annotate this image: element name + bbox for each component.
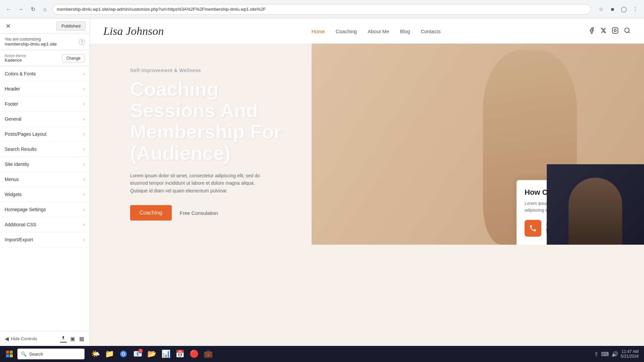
menu-item-label: Homepage Settings bbox=[5, 207, 46, 212]
tray-arrow-icon[interactable]: ⇧ bbox=[594, 351, 598, 357]
browser-icons: ☆ ■ ◯ ⋮ bbox=[596, 5, 640, 14]
twitter-icon[interactable] bbox=[600, 27, 606, 35]
hero-title: Coaching Sessions And Membership For (Au… bbox=[130, 78, 305, 164]
forward-button[interactable]: → bbox=[16, 5, 25, 14]
menu-item-footer[interactable]: Footer › bbox=[0, 97, 90, 112]
svg-point-2 bbox=[625, 28, 629, 32]
menu-item-header[interactable]: Header › bbox=[0, 81, 90, 97]
address-bar[interactable]: membership-dmlu.wp1.site/wp-admin/custom… bbox=[52, 4, 591, 15]
menu-item-import-export[interactable]: Import/Export › bbox=[0, 232, 90, 247]
nav-about-me[interactable]: About Me bbox=[368, 28, 389, 34]
theme-name: Kadence bbox=[5, 58, 26, 63]
browser-chrome: ← → ↻ ⌂ membership-dmlu.wp1.site/wp-admi… bbox=[0, 0, 644, 19]
chevron-right-icon: › bbox=[83, 237, 85, 243]
extensions-icon[interactable]: ■ bbox=[608, 5, 617, 14]
preview-area: Lisa Johnson Home Coaching About Me Blog… bbox=[90, 19, 644, 346]
tray-volume-icon[interactable]: 🔊 bbox=[611, 351, 618, 357]
menu-item-posts-pages[interactable]: Posts/Pages Layout › bbox=[0, 127, 90, 142]
taskbar-file-explorer[interactable]: 📁 bbox=[103, 347, 116, 361]
menu-item-general[interactable]: General › bbox=[0, 112, 90, 127]
device-icons: 🖈 ▣ ▩ bbox=[60, 335, 85, 343]
taskbar-files-app[interactable]: 📂 bbox=[145, 347, 158, 361]
taskbar-tray: ⇧ ⌨ 🔊 11:47 AM 5/21/2024 bbox=[594, 349, 641, 359]
tablet-device-button[interactable]: ▣ bbox=[69, 335, 76, 343]
hero-buttons: Coaching Free Consulation bbox=[130, 205, 305, 221]
nav-home[interactable]: Home bbox=[312, 28, 325, 34]
customizer-header: ✕ Published bbox=[0, 19, 90, 34]
change-theme-button[interactable]: Change bbox=[62, 54, 85, 62]
desktop-device-button[interactable]: 🖈 bbox=[60, 335, 67, 343]
website-preview: Lisa Johnson Home Coaching About Me Blog… bbox=[90, 19, 644, 346]
home-button[interactable]: ⌂ bbox=[40, 5, 50, 14]
menu-item-label: Additional CSS bbox=[5, 222, 36, 227]
chevron-right-icon: › bbox=[83, 161, 85, 167]
svg-rect-4 bbox=[6, 351, 9, 354]
search-nav-icon[interactable] bbox=[624, 27, 631, 36]
menu-item-label: Colors & Fonts bbox=[5, 71, 36, 76]
menu-icon[interactable]: ⋮ bbox=[631, 5, 640, 14]
svg-rect-0 bbox=[612, 27, 618, 33]
taskbar-calendar-app[interactable]: 📅 bbox=[173, 347, 186, 361]
hero-subtitle: Self-Improvement & Wellness bbox=[130, 68, 305, 73]
hide-controls-icon: ◀ bbox=[5, 336, 9, 342]
chevron-right-icon: › bbox=[83, 176, 85, 182]
site-logo: Lisa Johnson bbox=[103, 25, 164, 38]
customizer-close-button[interactable]: ✕ bbox=[4, 22, 12, 30]
hero-content: Self-Improvement & Wellness Coaching Ses… bbox=[90, 68, 325, 221]
taskbar-green-app[interactable]: 📊 bbox=[159, 347, 172, 361]
taskbar-red-app[interactable]: 🔴 bbox=[187, 347, 201, 361]
taskbar-search-bar[interactable]: 🔍 Search bbox=[17, 349, 85, 359]
taskbar-chrome[interactable] bbox=[117, 347, 130, 361]
main-layout: ✕ Published You are customizing membersh… bbox=[0, 19, 644, 346]
menu-item-additional-css[interactable]: Additional CSS › bbox=[0, 217, 90, 232]
menu-item-site-identity[interactable]: Site Identity › bbox=[0, 157, 90, 172]
menu-item-colors-fonts[interactable]: Colors & Fonts › bbox=[0, 66, 90, 81]
tray-time[interactable]: 11:47 AM 5/21/2024 bbox=[621, 349, 639, 359]
nav-contacts[interactable]: Contacts bbox=[421, 28, 440, 34]
coaching-button[interactable]: Coaching bbox=[130, 205, 172, 221]
menu-item-menus[interactable]: Menus › bbox=[0, 172, 90, 187]
video-person bbox=[547, 164, 644, 245]
reload-button[interactable]: ↻ bbox=[28, 5, 38, 14]
taskbar-notification-app[interactable]: 📧 1 bbox=[131, 347, 144, 361]
taskbar: 🔍 Search 🌤️ 📁 📧 1 📂 📊 bbox=[0, 346, 644, 362]
chevron-right-icon: › bbox=[83, 116, 85, 122]
nav-blog[interactable]: Blog bbox=[400, 28, 410, 34]
help-icon[interactable]: ? bbox=[79, 39, 85, 45]
video-overlay bbox=[547, 164, 644, 245]
chevron-right-icon: › bbox=[83, 101, 85, 107]
menu-item-label: Menus bbox=[5, 177, 19, 182]
mobile-device-button[interactable]: ▩ bbox=[78, 335, 85, 343]
site-url-label: membership-dmlu.wp1.site bbox=[5, 42, 57, 47]
menu-item-search-results[interactable]: Search Results › bbox=[0, 142, 90, 157]
menu-item-label: General bbox=[5, 116, 21, 122]
bookmark-icon[interactable]: ☆ bbox=[596, 5, 606, 14]
site-header: Lisa Johnson Home Coaching About Me Blog… bbox=[90, 19, 644, 44]
taskbar-weather-app[interactable]: 🌤️ bbox=[89, 347, 102, 361]
taskbar-extra-app[interactable]: 💼 bbox=[201, 347, 215, 361]
menu-item-homepage-settings[interactable]: Homepage Settings › bbox=[0, 202, 90, 217]
taskbar-apps: 🌤️ 📁 📧 1 📂 📊 📅 🔴 bbox=[89, 347, 215, 361]
instagram-icon[interactable] bbox=[612, 27, 619, 36]
svg-point-10 bbox=[122, 353, 124, 355]
tray-network-icon[interactable]: ⌨ bbox=[601, 351, 609, 357]
logo-text: Lisa Johnson bbox=[103, 25, 164, 37]
hero-description: Lorem ipsum dolor sit amet, consectetur … bbox=[130, 172, 271, 194]
facebook-icon[interactable] bbox=[588, 27, 595, 36]
menu-item-label: Header bbox=[5, 86, 20, 92]
nav-coaching[interactable]: Coaching bbox=[336, 28, 357, 34]
chevron-right-icon: › bbox=[83, 86, 85, 92]
menu-item-label: Posts/Pages Layout bbox=[5, 131, 47, 137]
published-button[interactable]: Published bbox=[56, 21, 86, 31]
back-button[interactable]: ← bbox=[4, 5, 13, 14]
menu-item-label: Footer bbox=[5, 101, 18, 107]
profile-icon[interactable]: ◯ bbox=[619, 5, 629, 14]
free-consultation-button[interactable]: Free Consulation bbox=[180, 210, 218, 216]
start-button[interactable] bbox=[3, 347, 16, 361]
chevron-right-icon: › bbox=[83, 206, 85, 213]
hide-controls-button[interactable]: ◀ Hide Controls bbox=[5, 336, 37, 342]
menu-item-label: Site Identity bbox=[5, 162, 29, 167]
menu-item-widgets[interactable]: Widgets › bbox=[0, 187, 90, 202]
customizer-menu: Colors & Fonts › Header › Footer › Gener… bbox=[0, 66, 90, 331]
phone-icon-box bbox=[525, 220, 541, 237]
